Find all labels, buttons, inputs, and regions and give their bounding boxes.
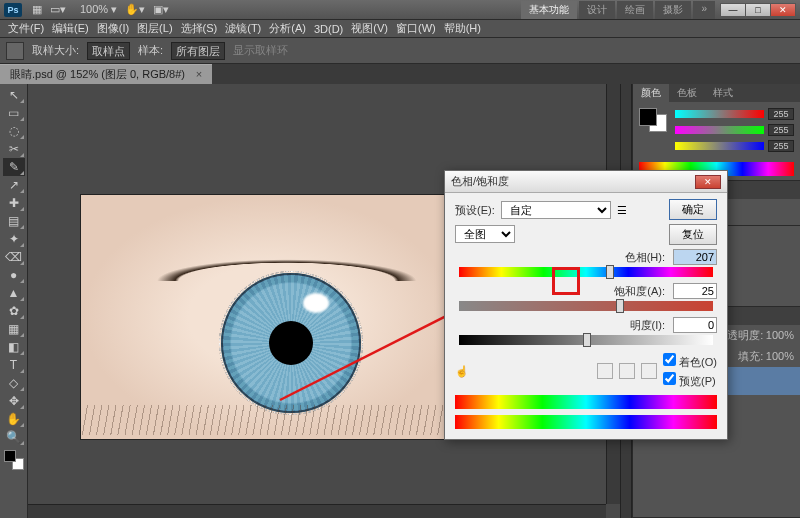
sample-size-field[interactable]: 取样点 — [87, 42, 130, 60]
sample-field[interactable]: 所有图层 — [171, 42, 225, 60]
workspace-tab-basic[interactable]: 基本功能 — [521, 1, 577, 19]
g-value[interactable]: 255 — [768, 124, 794, 136]
horizontal-scrollbar[interactable] — [28, 504, 606, 518]
color-swatches[interactable] — [4, 450, 24, 470]
tool-preset-icon[interactable] — [6, 42, 24, 60]
title-bar: Ps ▦ ▭▾ 100% ▾ ✋▾ ▣▾ 基本功能 设计 绘画 摄影 » — □… — [0, 0, 800, 20]
preset-label: 预设(E): — [455, 203, 495, 218]
path-tool[interactable]: T — [3, 356, 25, 374]
title-quick-icons: ▦ ▭▾ 100% ▾ ✋▾ ▣▾ — [32, 3, 169, 16]
lightness-input[interactable] — [673, 317, 717, 333]
eyedropper-tool[interactable]: ✎ — [3, 158, 25, 176]
menu-bar: 文件(F) 编辑(E) 图像(I) 图层(L) 选择(S) 滤镜(T) 分析(A… — [0, 20, 800, 38]
dodge-tool[interactable]: ✿ — [3, 302, 25, 320]
hand-tool[interactable]: ✋ — [3, 410, 25, 428]
hue-input[interactable] — [673, 249, 717, 265]
menu-3d[interactable]: 3D(D) — [312, 23, 345, 35]
type-tool[interactable]: ◧ — [3, 338, 25, 356]
move-tool[interactable]: ↖ — [3, 86, 25, 104]
menu-file[interactable]: 文件(F) — [6, 21, 46, 36]
gradient-tool[interactable]: ● — [3, 266, 25, 284]
screen-icon[interactable]: ▣▾ — [153, 3, 169, 16]
styles-tab[interactable]: 样式 — [705, 84, 741, 102]
shape-tool[interactable]: ◇ — [3, 374, 25, 392]
workspace-tab-photo[interactable]: 摄影 — [655, 1, 691, 19]
lightness-slider[interactable] — [459, 335, 713, 345]
history-brush-tool[interactable]: ✦ — [3, 230, 25, 248]
fill-label: 填充: — [738, 350, 763, 362]
hue-slider[interactable] — [459, 267, 713, 277]
blur-tool[interactable]: ▲ — [3, 284, 25, 302]
3d-tool[interactable]: ✥ — [3, 392, 25, 410]
color-tab[interactable]: 颜色 — [633, 84, 669, 102]
foreground-color[interactable] — [4, 450, 16, 462]
sample-size-label: 取样大小: — [32, 43, 79, 58]
maximize-button[interactable]: □ — [745, 3, 771, 17]
document-canvas[interactable] — [80, 194, 456, 440]
workspace-tab-more[interactable]: » — [693, 1, 715, 19]
menu-layer[interactable]: 图层(L) — [135, 21, 174, 36]
cancel-button[interactable]: 复位 — [669, 224, 717, 245]
menu-image[interactable]: 图像(I) — [95, 21, 131, 36]
swatches-tab[interactable]: 色板 — [669, 84, 705, 102]
preset-menu-icon[interactable]: ☰ — [617, 204, 627, 217]
b-value[interactable]: 255 — [768, 140, 794, 152]
zoom-level[interactable]: 100% ▾ — [80, 3, 117, 16]
toolbox: ↖ ▭ ◌ ✂ ✎ ↗ ✚ ▤ ✦ ⌫ ● ▲ ✿ ▦ ◧ T ◇ ✥ ✋ 🔍 — [0, 84, 28, 518]
minimize-button[interactable]: — — [720, 3, 746, 17]
menu-window[interactable]: 窗口(W) — [394, 21, 438, 36]
workspace-tab-design[interactable]: 设计 — [579, 1, 615, 19]
brush-tool[interactable]: ✚ — [3, 194, 25, 212]
lasso-tool[interactable]: ◌ — [3, 122, 25, 140]
menu-help[interactable]: 帮助(H) — [442, 21, 483, 36]
g-slider[interactable] — [675, 126, 764, 134]
menu-view[interactable]: 视图(V) — [349, 21, 390, 36]
b-slider[interactable] — [675, 142, 764, 150]
sample-label: 样本: — [138, 43, 163, 58]
document-tab[interactable]: 眼睛.psd @ 152% (图层 0, RGB/8#) × — [0, 64, 212, 84]
dialog-spectrum-top — [455, 395, 717, 409]
opacity-value[interactable]: 100% — [766, 329, 794, 341]
marquee-tool[interactable]: ▭ — [3, 104, 25, 122]
hand-icon[interactable]: ✋▾ — [125, 3, 145, 16]
stamp-tool[interactable]: ▤ — [3, 212, 25, 230]
range-select[interactable]: 全图 — [455, 225, 515, 243]
workspace-tab-paint[interactable]: 绘画 — [617, 1, 653, 19]
sample-ring-hint: 显示取样环 — [233, 43, 288, 58]
menu-edit[interactable]: 编辑(E) — [50, 21, 91, 36]
dialog-titlebar[interactable]: 色相/饱和度 ✕ — [445, 171, 727, 193]
app-logo: Ps — [4, 3, 22, 17]
dialog-spectrum-bottom — [455, 415, 717, 429]
panel-color-swatch[interactable] — [639, 108, 667, 132]
hue-saturation-dialog: 色相/饱和度 ✕ 确定 复位 预设(E): 自定 ☰ 全图 色相(H): 饱和度… — [444, 170, 728, 440]
close-button[interactable]: ✕ — [770, 3, 796, 17]
menu-filter[interactable]: 滤镜(T) — [223, 21, 263, 36]
eyedropper-icon[interactable] — [597, 363, 613, 379]
saturation-slider[interactable] — [459, 301, 713, 311]
r-value[interactable]: 255 — [768, 108, 794, 120]
eraser-tool[interactable]: ⌫ — [3, 248, 25, 266]
document-tab-bar: 眼睛.psd @ 152% (图层 0, RGB/8#) × — [0, 64, 800, 84]
pen-tool[interactable]: ▦ — [3, 320, 25, 338]
bridge-icon[interactable]: ▦ — [32, 3, 42, 16]
crop-tool[interactable]: ✂ — [3, 140, 25, 158]
finger-icon[interactable]: ☝ — [455, 365, 469, 378]
eyedropper-add-icon[interactable] — [619, 363, 635, 379]
preset-select[interactable]: 自定 — [501, 201, 611, 219]
menu-analysis[interactable]: 分析(A) — [267, 21, 308, 36]
dialog-close-button[interactable]: ✕ — [695, 175, 721, 189]
ok-button[interactable]: 确定 — [669, 199, 717, 220]
saturation-input[interactable] — [673, 283, 717, 299]
view-icon[interactable]: ▭▾ — [50, 3, 66, 16]
healing-tool[interactable]: ↗ — [3, 176, 25, 194]
eyedropper-sub-icon[interactable] — [641, 363, 657, 379]
r-slider[interactable] — [675, 110, 764, 118]
colorize-checkbox[interactable]: 着色(O) — [663, 353, 717, 370]
fill-value[interactable]: 100% — [766, 350, 794, 362]
dialog-title: 色相/饱和度 — [451, 174, 509, 189]
preview-checkbox[interactable]: 预览(P) — [663, 372, 717, 389]
zoom-tool[interactable]: 🔍 — [3, 428, 25, 446]
workspace-switcher: 基本功能 设计 绘画 摄影 » — [521, 1, 715, 19]
menu-select[interactable]: 选择(S) — [179, 21, 220, 36]
document-tab-close[interactable]: × — [196, 68, 202, 80]
